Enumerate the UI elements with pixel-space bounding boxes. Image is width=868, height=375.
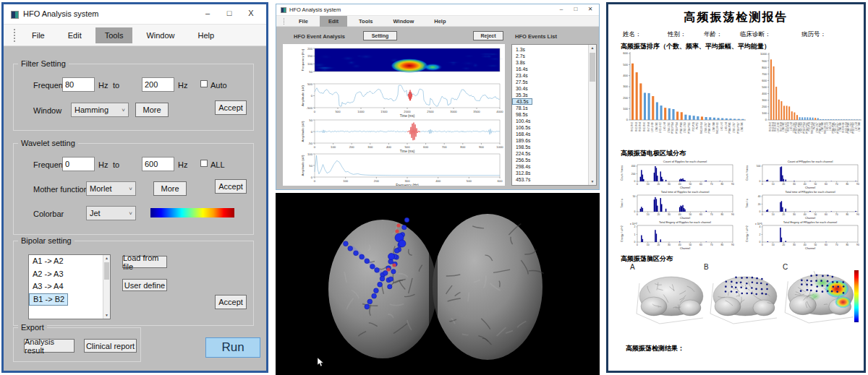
hfo-event-item[interactable]: 35.3s: [512, 92, 588, 98]
hfo-analysis-window: HFO Analysis system – □ ✕ FileEditToolsW…: [276, 4, 600, 190]
reject-button[interactable]: Reject: [473, 31, 503, 40]
svg-text:200: 200: [623, 96, 628, 100]
menu-item-file[interactable]: File: [22, 27, 54, 43]
hfo-event-item[interactable]: 100.4s: [512, 118, 588, 124]
hfo-event-item[interactable]: 43.5s: [512, 98, 532, 105]
hfo-event-item[interactable]: 2.7s: [512, 53, 588, 59]
hfo-event-item[interactable]: 1.3s: [512, 46, 588, 53]
hfo-event-item[interactable]: 298.4s: [512, 163, 588, 170]
analysis-result-button[interactable]: Analysis result: [24, 339, 75, 353]
hfo-event-item[interactable]: 224.5s: [512, 150, 588, 157]
svg-text:20: 20: [657, 243, 660, 246]
svg-text:PTB2-PTB4: PTB2-PTB4: [671, 122, 674, 134]
hfo-event-item[interactable]: 106.5s: [512, 124, 588, 131]
svg-text:200: 200: [307, 47, 313, 51]
wavelet-freq-from-input[interactable]: [62, 157, 95, 171]
wavelet-freq-to-input[interactable]: [142, 157, 174, 171]
bipolar-channel-item[interactable]: B1 -> B2: [29, 293, 68, 306]
svg-text:Total Engery of FRipples for e: Total Engery of FRipples for each channe…: [783, 220, 837, 224]
close-button[interactable]: X: [243, 9, 259, 17]
filter-freq-to-input[interactable]: [142, 77, 174, 92]
clinical-report-button[interactable]: Clinical report: [84, 339, 137, 353]
filter-accept-button[interactable]: Accept: [215, 100, 247, 115]
filter-more-button[interactable]: More: [135, 103, 169, 117]
group-legend: Filter Setting: [18, 59, 69, 68]
scroll-down-icon[interactable]: ▼: [589, 178, 596, 185]
menu-item-help[interactable]: Help: [425, 16, 454, 27]
bipolar-accept-button[interactable]: Accept: [215, 295, 247, 309]
window-select[interactable]: Hamming˅: [71, 103, 129, 117]
title-bar: HFO Analysis system – □ X: [4, 4, 266, 25]
hfo-event-item[interactable]: 16.4s: [512, 66, 588, 72]
menu-item-tools[interactable]: Tools: [350, 16, 381, 27]
close-button[interactable]: ✕: [584, 6, 596, 12]
bipolar-setting-group: Bipolar setting ▲ ▼ A1 -> A2A2 -> A3A3 -…: [13, 241, 254, 326]
maximize-button[interactable]: □: [570, 6, 582, 12]
user-define-button[interactable]: User define: [122, 279, 167, 291]
menu-item-help[interactable]: Help: [189, 27, 224, 43]
svg-text:60: 60: [699, 213, 702, 216]
svg-text:0: 0: [762, 243, 763, 246]
hfo-event-item[interactable]: 23.4s: [512, 72, 588, 79]
svg-text:60: 60: [825, 213, 827, 216]
svg-text:10: 10: [647, 213, 650, 216]
hfo-event-item[interactable]: 27.5s: [512, 79, 588, 85]
bipolar-channel-item[interactable]: A1 -> A2: [29, 255, 103, 268]
svg-text:1: 1: [634, 233, 636, 236]
svg-text:Total time of FRipples for eac: Total time of FRipples for each channel: [785, 190, 835, 194]
menu-item-window[interactable]: Window: [137, 27, 184, 43]
scrollbar[interactable]: ▲ ▼: [588, 45, 596, 185]
hfo-events-list[interactable]: 1.3s2.7s3.8s16.4s23.4s27.5s30.4s35.3s43.…: [511, 44, 597, 186]
filter-freq-from-input[interactable]: [62, 77, 95, 92]
menu-item-edit[interactable]: Edit: [59, 27, 91, 43]
bipolar-channel-item[interactable]: A3 -> A4: [29, 280, 103, 293]
hfo-event-item[interactable]: 30.4s: [512, 85, 588, 92]
bipolar-channel-list[interactable]: ▲ ▼ A1 -> A2A2 -> A3A3 -> A4B1 -> B2B2 -…: [28, 254, 111, 319]
svg-text:0: 0: [637, 243, 638, 246]
brain-3d-view[interactable]: [276, 193, 600, 375]
all-checkbox[interactable]: [200, 160, 208, 167]
minimize-button[interactable]: –: [556, 6, 567, 12]
svg-text:LH5-LH8: LH5-LH8: [663, 122, 666, 131]
hfo-event-item[interactable]: 312.8s: [512, 170, 588, 176]
hfo-event-item[interactable]: 256.5s: [512, 157, 588, 163]
svg-text:Time (ms): Time (ms): [400, 150, 415, 153]
scroll-up-icon[interactable]: ▲: [589, 45, 596, 51]
scroll-down-icon[interactable]: ▼: [103, 312, 110, 319]
hfo-event-item[interactable]: 168.4s: [512, 131, 588, 137]
hfo-event-item[interactable]: 189.6s: [512, 137, 588, 144]
menu-item-window[interactable]: Window: [385, 16, 423, 27]
setting-button[interactable]: Setting: [363, 31, 397, 40]
menu-item-edit[interactable]: Edit: [320, 16, 347, 27]
load-from-file-button[interactable]: Load from file: [122, 256, 167, 268]
svg-text:90: 90: [856, 183, 859, 186]
svg-text:LTA7-TA8: LTA7-TA8: [858, 122, 861, 132]
mother-function-select[interactable]: Morlet˅: [86, 181, 136, 196]
svg-text:90: 90: [731, 243, 734, 246]
svg-text:80: 80: [846, 243, 848, 246]
run-button[interactable]: Run: [205, 337, 260, 358]
wavelet-accept-button[interactable]: Accept: [215, 179, 247, 194]
hfo-event-item[interactable]: 198.5s: [512, 144, 588, 150]
bipolar-channel-item[interactable]: A2 -> A3: [29, 268, 103, 281]
svg-text:P4-P15: P4-P15: [696, 122, 699, 129]
svg-text:40: 40: [758, 195, 761, 198]
hfo-event-item[interactable]: 453.7s: [512, 176, 588, 183]
scroll-thumb[interactable]: [104, 262, 109, 280]
hfo-event-item[interactable]: 98.5s: [512, 111, 588, 118]
scroll-up-icon[interactable]: ▲: [103, 255, 110, 262]
colorbar-select[interactable]: Jet˅: [86, 206, 136, 220]
menu-item-tools[interactable]: Tools: [95, 27, 133, 43]
hist-ripple-time-chart: Total time of Ripples for each channel05…: [618, 189, 739, 220]
minimize-button[interactable]: –: [200, 9, 216, 17]
hfo-event-item[interactable]: 3.8s: [512, 59, 588, 66]
scroll-thumb[interactable]: [590, 53, 595, 82]
svg-text:4000: 4000: [496, 110, 503, 113]
auto-checkbox[interactable]: [200, 80, 208, 87]
section2-heading: 高频振荡电极区域分布: [621, 149, 686, 158]
hfo-event-item[interactable]: 78.1s: [512, 105, 588, 111]
scrollbar[interactable]: ▲ ▼: [103, 255, 110, 319]
maximize-button[interactable]: □: [221, 9, 237, 17]
wavelet-more-button[interactable]: More: [153, 181, 187, 196]
menu-item-file[interactable]: File: [290, 16, 317, 27]
